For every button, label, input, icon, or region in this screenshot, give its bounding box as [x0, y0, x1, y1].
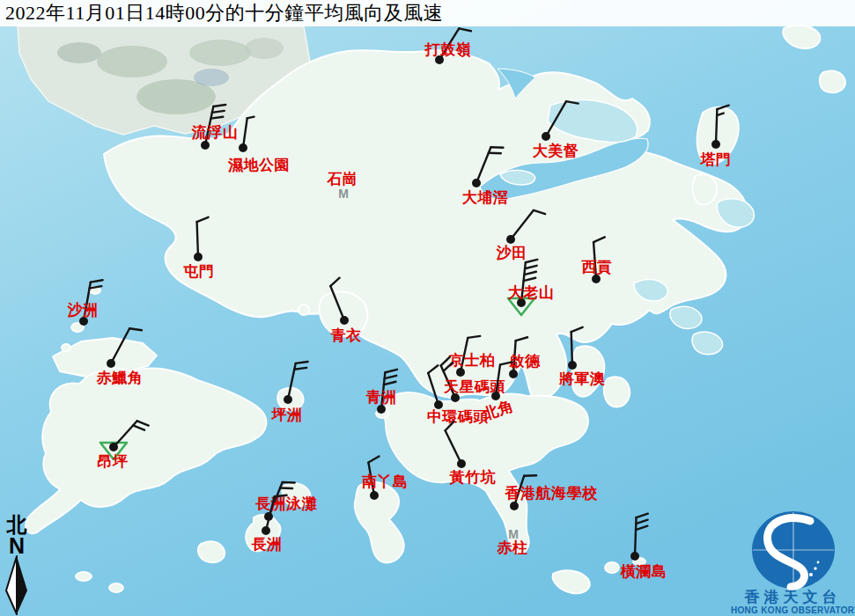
station-label: 赤鱲角: [96, 370, 144, 386]
station-dot: [510, 502, 519, 510]
station-dot: [506, 235, 515, 244]
station-label: 沙洲: [67, 302, 99, 319]
station-label: 沙田: [496, 245, 527, 261]
station-label: 青洲: [366, 389, 397, 406]
station-dot: [472, 179, 481, 187]
missing-data-marker: M: [338, 187, 349, 201]
station-label: 屯門: [183, 263, 215, 280]
hko-logo-name-en: HONG KONG OBSERVATORY: [731, 605, 855, 616]
hko-logo-icon: [731, 509, 855, 591]
wind-barb-shaft: [571, 332, 572, 365]
station-label: 濕地公園: [227, 157, 290, 173]
station-dot: [491, 392, 500, 400]
station-label: 大美督: [533, 142, 579, 159]
station-dot: [542, 132, 550, 141]
station-label: 香港航海學校: [505, 485, 599, 502]
missing-data-marker: M: [508, 527, 519, 541]
north-indicator: 北 N: [2, 514, 32, 616]
station-label: 流浮山: [191, 124, 239, 141]
base-map: 流浮山濕地公園打鼓嶺大美督塔門大埔滘沙田西貢屯門沙洲青衣大老山赤鱲角京士柏啟德將…: [0, 0, 855, 616]
hko-logo: 香港天文台 HONG KONG OBSERVATORY: [731, 509, 855, 616]
title-bar: 2022年11月01日14時00分的十分鐘平均風向及風速: [0, 0, 855, 26]
station-dot: [568, 361, 577, 370]
map-title: 2022年11月01日14時00分的十分鐘平均風向及風速: [5, 2, 443, 24]
station-dot: [456, 368, 465, 377]
station-label: 中環碼頭: [427, 408, 489, 425]
north-letter-label: N: [2, 536, 32, 555]
station-dot: [451, 393, 460, 402]
station-label: 西貢: [581, 259, 613, 275]
station-label: 坪洲: [271, 407, 303, 423]
station-label: 長洲泳灘: [255, 495, 318, 512]
station-label: 橫瀾島: [620, 563, 667, 580]
station-dot: [592, 275, 601, 283]
wind-barb-shaft: [197, 222, 198, 257]
station-label: 啟德: [509, 353, 542, 370]
station-label: 京士柏: [448, 352, 496, 369]
station-dot: [340, 316, 349, 325]
station-dot: [377, 405, 386, 414]
station-dot: [107, 359, 115, 368]
station-label: 黃竹坑: [449, 468, 497, 486]
station-label: 南丫島: [362, 473, 409, 490]
station-dot: [284, 395, 292, 404]
station-dot: [457, 459, 466, 468]
station-dot: [109, 443, 118, 451]
station-dot: [509, 370, 518, 378]
station-label: 大老山: [508, 284, 555, 301]
station-label: 石崗: [327, 171, 358, 187]
hko-logo-name-cn: 香港天文台: [731, 590, 855, 605]
station-label: 將軍澳: [558, 370, 606, 387]
station-label: 青衣: [331, 327, 363, 344]
station-label: 長洲: [252, 536, 283, 553]
station-dot: [239, 143, 247, 152]
wind-barb-feather: [275, 495, 287, 496]
station-dot: [194, 253, 203, 261]
station-dot: [262, 526, 270, 535]
wind-barb-feather: [247, 117, 254, 119]
station-label: 赤柱: [497, 539, 528, 556]
station-label: 塔門: [700, 151, 732, 168]
station-dot: [711, 140, 720, 149]
station-label: 昂坪: [98, 453, 129, 470]
station-label: 打鼓嶺: [424, 41, 472, 58]
station-dot: [630, 552, 639, 561]
wind-map-screen: 流浮山濕地公園打鼓嶺大美督塔門大埔滘沙田西貢屯門沙洲青衣大老山赤鱲角京士柏啟德將…: [0, 0, 855, 616]
station-dot: [201, 141, 210, 150]
north-arrow-icon: [2, 555, 32, 615]
station-label: 大埔滘: [462, 189, 509, 206]
station-dot: [79, 317, 88, 326]
station-dot: [370, 491, 379, 500]
